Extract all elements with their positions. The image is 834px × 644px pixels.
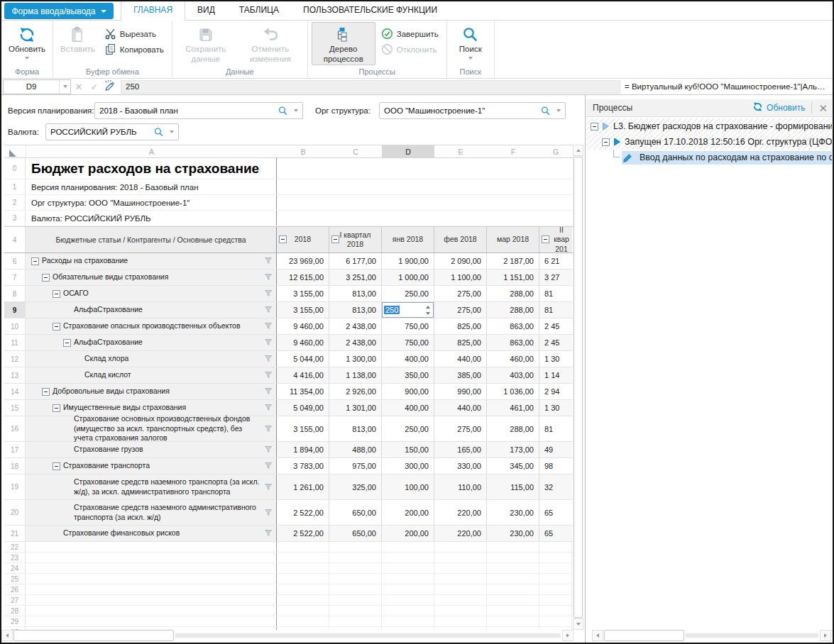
value-cell[interactable] [434, 574, 487, 584]
filter-funnel-icon[interactable] [264, 425, 273, 435]
label-cell[interactable]: Склад хлора [26, 351, 277, 367]
value-cell[interactable] [487, 584, 539, 594]
value-cell[interactable] [539, 553, 572, 562]
cell-name-box[interactable]: D9 [3, 79, 71, 94]
v-scrollbar-down-arrow[interactable] [573, 618, 583, 630]
value-cell[interactable]: 288,00 [487, 302, 539, 318]
value-cell[interactable]: 813,00 [329, 302, 382, 318]
value-cell-clipped[interactable]: 98 [539, 458, 572, 474]
value-cell[interactable]: 9 460,00 [277, 335, 329, 350]
value-cell[interactable]: 6 177,00 [329, 253, 382, 269]
value-cell[interactable]: 863,00 [487, 318, 539, 334]
value-cell[interactable] [329, 584, 382, 594]
value-cell-clipped[interactable]: 2 94 [539, 384, 572, 399]
label-cell[interactable] [26, 595, 277, 605]
value-cell[interactable] [329, 563, 382, 573]
value-cell[interactable] [277, 584, 329, 594]
value-cell[interactable] [539, 574, 572, 584]
row-header-cell[interactable]: 19 [4, 474, 26, 499]
value-cell[interactable]: 863,00 [487, 335, 539, 350]
value-cell[interactable]: 385,00 [434, 367, 487, 383]
value-cell[interactable]: 1 301,00 [329, 400, 382, 416]
label-cell[interactable] [26, 563, 277, 573]
collapse-box-icon[interactable] [53, 290, 60, 298]
row-header-cell[interactable]: 6 [4, 253, 26, 269]
period-header-cell[interactable]: фев 2018 [434, 227, 487, 252]
label-cell[interactable] [26, 584, 277, 594]
filter-funnel-icon[interactable] [264, 355, 273, 365]
value-cell[interactable]: 1 138,00 [329, 367, 382, 383]
column-header-B[interactable]: B [277, 145, 329, 157]
chevron-down-icon[interactable] [59, 80, 70, 94]
chevron-down-icon[interactable] [165, 124, 178, 140]
value-cell[interactable] [487, 574, 539, 584]
column-header-D[interactable]: D [382, 145, 434, 157]
tab-table[interactable]: ТАБЛИЦА [227, 1, 291, 21]
row-header-cell[interactable]: 22 [4, 542, 26, 552]
value-cell[interactable]: 110,00 [434, 474, 487, 499]
process-tree-item[interactable]: Ввод данных по расходам на страхование п… [586, 150, 832, 165]
label-cell[interactable]: Страхование опасных производственных объ… [26, 318, 277, 334]
cut-button[interactable]: Вырезать [100, 26, 168, 42]
value-cell-clipped[interactable]: 1 30 [539, 351, 572, 367]
process-tree-button[interactable]: Дерево процессов [312, 22, 375, 65]
value-cell[interactable] [382, 616, 434, 626]
row-header-cell[interactable]: 25 [4, 574, 26, 584]
value-cell-clipped[interactable]: 81 [539, 302, 572, 318]
collapse-box-icon[interactable] [602, 138, 610, 146]
value-cell[interactable]: 250,00 [382, 286, 434, 301]
value-cell[interactable] [487, 606, 539, 616]
search-button[interactable]: Поиск [451, 22, 490, 60]
collapse-box-icon[interactable] [53, 462, 60, 470]
row-header-cell[interactable]: 29 [4, 616, 26, 626]
label-cell[interactable]: АльфаСтрахование [26, 302, 277, 318]
row-header-cell[interactable]: 14 [4, 384, 26, 399]
label-cell[interactable]: Обязательные виды страхования [26, 270, 277, 285]
value-cell[interactable]: 275,00 [434, 286, 487, 301]
search-icon[interactable] [538, 106, 552, 116]
collapse-box-icon[interactable] [591, 123, 598, 131]
value-cell[interactable]: 275,00 [434, 416, 487, 441]
value-cell[interactable]: 400,00 [382, 351, 434, 367]
label-cell[interactable]: Страхование грузов [26, 442, 277, 457]
value-cell[interactable] [382, 606, 434, 616]
v-scrollbar-thumb[interactable] [574, 157, 583, 618]
row-header-cell[interactable]: 20 [4, 500, 26, 525]
value-cell-clipped[interactable]: 2 45 [539, 335, 572, 350]
value-cell[interactable]: 1 894,00 [277, 442, 329, 457]
value-cell[interactable]: 220,00 [434, 500, 487, 525]
value-cell[interactable]: 200,00 [382, 526, 434, 541]
tab-user-functions[interactable]: ПОЛЬЗОВАТЕЛЬСКИЕ ФУНКЦИИ [291, 1, 449, 21]
filter-funnel-icon[interactable] [264, 257, 273, 267]
label-cell[interactable]: Имущественные виды страхования [26, 400, 277, 416]
value-cell[interactable] [539, 542, 572, 552]
value-cell[interactable] [277, 606, 329, 616]
value-cell[interactable] [382, 553, 434, 562]
processes-refresh-button[interactable]: Обновить [752, 101, 805, 114]
value-cell[interactable]: 440,00 [434, 351, 487, 367]
value-cell[interactable] [329, 595, 382, 605]
spinner-up-icon[interactable] [426, 306, 430, 309]
label-cell[interactable] [26, 553, 277, 562]
value-cell-clipped[interactable]: 81 [539, 416, 572, 441]
row-header-cell[interactable]: 13 [4, 367, 26, 383]
value-cell[interactable]: 1 300,00 [329, 351, 382, 367]
value-cell[interactable]: 9 460,00 [277, 318, 329, 334]
value-cell[interactable]: 488,00 [329, 442, 382, 457]
value-cell[interactable]: 350,00 [382, 367, 434, 383]
filter-funnel-icon[interactable] [264, 338, 273, 349]
value-cell[interactable] [539, 563, 572, 573]
row-header-cell[interactable]: 8 [4, 286, 26, 301]
value-cell[interactable]: 2 926,00 [329, 384, 382, 399]
row-header-cell[interactable]: 10 [4, 318, 26, 334]
label-cell[interactable]: Страхование средств наземного транспорта… [26, 474, 277, 499]
value-cell[interactable] [434, 542, 487, 552]
value-cell[interactable]: 1 261,00 [277, 474, 329, 499]
value-cell[interactable]: 2 522,00 [277, 500, 329, 525]
tab-view[interactable]: ВИД [185, 1, 227, 21]
process-tree-item[interactable]: L3. Бюджет расходов на страхование - фор… [586, 118, 832, 134]
label-cell[interactable] [26, 616, 277, 626]
value-cell-clipped[interactable]: 2 45 [539, 318, 572, 334]
value-cell[interactable]: 460,00 [487, 351, 539, 367]
value-cell[interactable] [487, 553, 539, 562]
